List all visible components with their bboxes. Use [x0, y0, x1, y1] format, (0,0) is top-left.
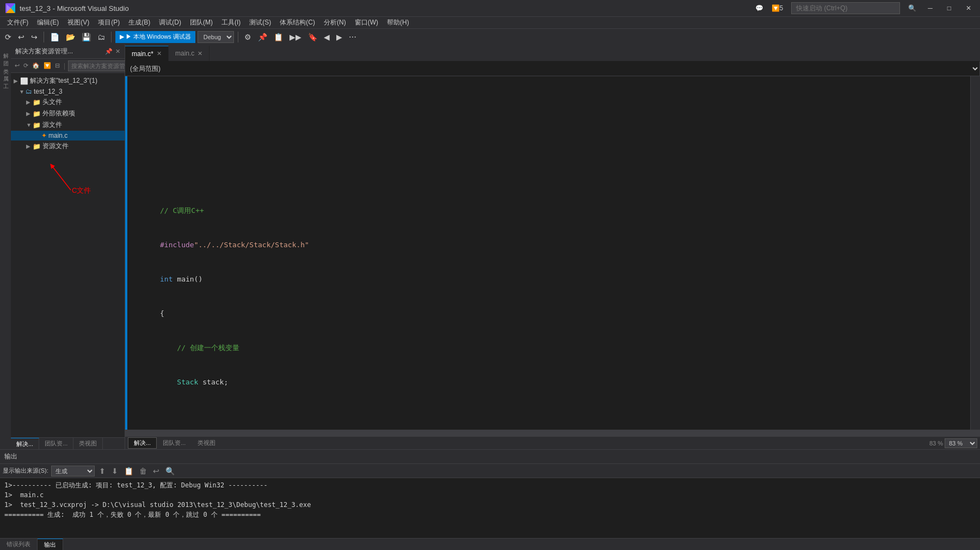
toolbar-new[interactable]: 📄: [48, 32, 61, 42]
menu-project[interactable]: 项目(P): [94, 17, 124, 28]
solution-explorer-icon[interactable]: 解: [2, 47, 9, 51]
code-editor[interactable]: // C调用C++ #include"../../Stack/Stack/Sta…: [125, 76, 980, 430]
menu-test[interactable]: 测试(S): [245, 17, 275, 28]
debug-config-dropdown[interactable]: Debug: [198, 31, 234, 43]
left-icon-bar: 解 团 类 属 工: [0, 45, 11, 449]
tab-output[interactable]: 输出: [38, 539, 63, 550]
toolbar-open[interactable]: 📂: [64, 32, 77, 42]
scope-dropdown[interactable]: (全局范围): [125, 62, 980, 76]
comment-createstack: // 创建一个栈变量: [177, 342, 239, 353]
ln14: [127, 228, 150, 239]
svg-marker-2: [7, 4, 11, 12]
menu-file[interactable]: 文件(F): [3, 17, 33, 28]
bottom-tab-team[interactable]: 团队资...: [157, 437, 192, 449]
project-icon: 🗂: [26, 88, 32, 95]
menu-tools[interactable]: 工具(I): [217, 17, 245, 28]
home-btn[interactable]: 🏠: [31, 62, 41, 70]
tree-folder-header[interactable]: ▶ 📁 头文件: [11, 96, 125, 108]
output-wrap[interactable]: ↩: [151, 466, 161, 476]
comment-icon[interactable]: 💬: [755, 4, 763, 12]
menu-team[interactable]: 团队(M): [186, 17, 217, 28]
toolbar-btn4[interactable]: ▶▶: [287, 32, 304, 42]
editor-tab-mainc2[interactable]: main.c ✕: [169, 46, 209, 61]
folder-header-arrow: ▶: [26, 99, 33, 105]
toolbar-btn8[interactable]: ⋯: [347, 32, 359, 42]
search-icon[interactable]: 🔍: [908, 4, 916, 12]
pin-icon[interactable]: 📌: [105, 48, 113, 55]
run-button[interactable]: ▶ ▶ 本地 Windows 调试器: [115, 31, 195, 43]
sync-btn[interactable]: ↩: [14, 62, 21, 70]
menu-architecture[interactable]: 体系结构(C): [275, 17, 319, 28]
toolbar-btn1[interactable]: ⚙: [242, 32, 254, 42]
bottom-tab-solution[interactable]: 解决...: [128, 437, 157, 449]
refresh-btn[interactable]: ⟳: [22, 62, 29, 70]
collapse-btn[interactable]: ⊟: [54, 62, 61, 70]
toolbar-back[interactable]: ⟳: [3, 32, 14, 42]
toolbar-btn2[interactable]: 📌: [256, 32, 269, 42]
title-bar: test_12_3 - Microsoft Visual Studio 💬 🔽5…: [0, 0, 980, 16]
tree-solution[interactable]: ▶ ⬜ 解决方案"test_12_3"(1): [11, 75, 125, 87]
editor-tab-mainc-active[interactable]: main.c* ✕: [125, 46, 169, 61]
menu-build[interactable]: 生成(B): [124, 17, 155, 28]
panel-tab-classview[interactable]: 类视图: [73, 438, 103, 449]
output-scroll-down[interactable]: ⬇: [110, 466, 120, 476]
ln11: [127, 193, 150, 205]
maximize-icon[interactable]: □: [944, 4, 954, 12]
toolbar-btn6[interactable]: ◀: [322, 32, 332, 42]
filter-icon[interactable]: 🔽5: [772, 4, 784, 12]
panel-tab-team[interactable]: 团队资...: [39, 438, 73, 449]
left-icon2[interactable]: 团: [2, 55, 9, 58]
code-content[interactable]: // C调用C++ #include"../../Stack/Stack/Sta…: [155, 76, 970, 430]
solution-explorer-header: 解决方案资源管理... 📌 ✕: [11, 45, 125, 59]
tab-mainc2-close[interactable]: ✕: [198, 50, 202, 57]
output-source-select[interactable]: 生成: [51, 466, 95, 476]
code-line-comment2: // 创建一个栈变量: [160, 342, 965, 353]
minimize-icon[interactable]: ─: [924, 4, 936, 12]
menu-window[interactable]: 窗口(W): [350, 17, 383, 28]
toolbar-undo[interactable]: ↩: [16, 32, 27, 42]
code-line-include: #include"../../Stack/Stack/Stack.h": [160, 239, 965, 250]
output-title: 输出: [4, 452, 17, 461]
toolbar-btn7[interactable]: ▶: [334, 32, 344, 42]
bottom-tab-classview[interactable]: 类视图: [192, 437, 221, 449]
toolbar-btn5[interactable]: 🔖: [306, 32, 319, 42]
toolbar-sep3: [238, 32, 238, 42]
tree-folder-src[interactable]: ▼ 📁 源文件: [11, 119, 125, 131]
output-copy[interactable]: 📋: [122, 466, 135, 476]
menu-analyze[interactable]: 分析(N): [319, 17, 350, 28]
tree-project[interactable]: ▼ 🗂 test_12_3: [11, 87, 125, 96]
tab-mainc-close[interactable]: ✕: [157, 50, 162, 57]
left-icon4[interactable]: 属: [2, 70, 9, 74]
code-line-empty2: [160, 136, 965, 148]
quick-launch-input[interactable]: [791, 2, 900, 14]
minimap-scrollbar[interactable]: [970, 76, 980, 430]
menu-help[interactable]: 帮助(H): [383, 17, 414, 28]
panel-tab-solution[interactable]: 解决...: [11, 438, 39, 449]
title-bar-actions: 💬 🔽5 🔍 ─ □ ✕: [755, 2, 975, 14]
left-icon5[interactable]: 工: [2, 78, 9, 81]
menu-debug[interactable]: 调试(D): [155, 17, 186, 28]
menu-view[interactable]: 视图(V): [63, 17, 94, 28]
panel-close-icon[interactable]: ✕: [115, 48, 120, 55]
h-scrollbar[interactable]: [125, 430, 980, 436]
zoom-select[interactable]: 83 % 100 % 75 %: [945, 438, 977, 448]
solution-panel-tabs: 解决... 团队资... 类视图: [11, 437, 125, 449]
toolbar-save[interactable]: 💾: [79, 32, 93, 42]
close-icon[interactable]: ✕: [963, 4, 975, 12]
svg-marker-1: [11, 3, 15, 13]
menu-edit[interactable]: 编辑(E): [33, 17, 63, 28]
tree-folder-deps[interactable]: ▶ 📁 外部依赖项: [11, 108, 125, 119]
left-icon3[interactable]: 类: [2, 63, 9, 66]
tree-folder-res[interactable]: ▶ 📁 资源文件: [11, 140, 125, 152]
toolbar-saveall[interactable]: 🗂: [95, 32, 107, 42]
folder-deps-label: 外部依赖项: [42, 109, 75, 118]
output-find[interactable]: 🔍: [164, 466, 176, 476]
comment-ccpp: // C调用C++: [160, 205, 204, 216]
output-scroll-up[interactable]: ⬆: [97, 466, 107, 476]
toolbar-redo[interactable]: ↪: [29, 32, 40, 42]
tab-error-list[interactable]: 错误列表: [0, 539, 38, 550]
tree-file-mainc[interactable]: ✦ main.c: [11, 131, 125, 140]
filter-btn[interactable]: 🔽: [42, 62, 52, 70]
output-clear[interactable]: 🗑: [138, 466, 149, 476]
toolbar-btn3[interactable]: 📋: [272, 32, 285, 42]
